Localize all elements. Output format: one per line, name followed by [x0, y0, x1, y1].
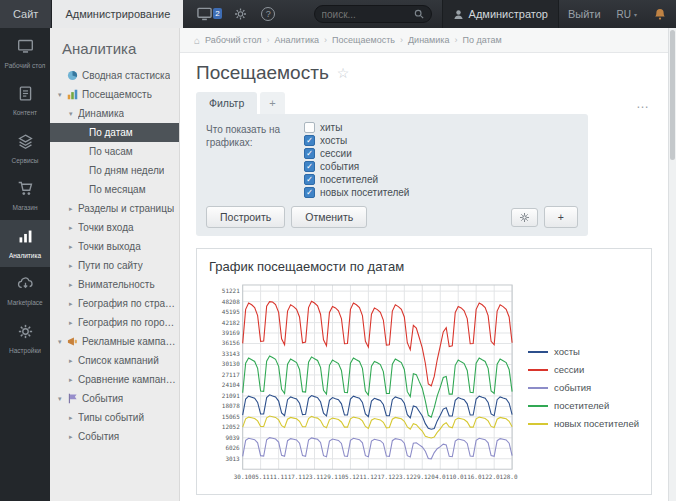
svg-text:39169: 39169: [222, 329, 240, 336]
sidebar-item-sobytiya[interactable]: ▾События: [50, 389, 179, 408]
svg-text:05.11: 05.11: [252, 473, 270, 480]
checkbox-label: сессии: [320, 148, 352, 159]
sidebar-item-puti-po-sajtu[interactable]: ▸Пути по сайту: [50, 256, 179, 275]
sidebar-item-po-dnyam-nedeli[interactable]: По дням недели: [50, 161, 179, 180]
expand-icon: ▸: [69, 224, 78, 232]
cancel-button[interactable]: Отменить: [291, 206, 367, 228]
svg-text:33143: 33143: [222, 350, 240, 357]
scrollbar-thumb[interactable]: [670, 30, 675, 160]
sidebar-item-vnimatelnost[interactable]: ▸Внимательность: [50, 275, 179, 294]
checkbox-checked-icon[interactable]: ✓: [304, 161, 315, 172]
rail-item-marketplace[interactable]: Marketplace: [0, 267, 50, 314]
sidebar-item-label: Сравнение кампаний: [78, 374, 176, 385]
breadcrumb-separator: ›: [324, 35, 327, 45]
collapse-icon: ▾: [58, 338, 67, 346]
sidebar-item-geografiya-po-stranam[interactable]: ▸География по странам: [50, 294, 179, 313]
sidebar-item-po-datam[interactable]: По датам: [50, 123, 179, 142]
filter-checkbox-row[interactable]: ✓посетителей: [304, 174, 409, 185]
filter-checkbox-row[interactable]: ✓сессии: [304, 148, 409, 159]
sidebar-item-geografiya-po-gorodam[interactable]: ▸География по городам: [50, 313, 179, 332]
help-icon[interactable]: ?: [261, 7, 275, 21]
tab-admin[interactable]: Администрирование: [52, 0, 183, 28]
performance-monitor-icon[interactable]: 2: [197, 7, 212, 21]
rail-item-store[interactable]: Магазин: [0, 172, 50, 219]
svg-text:3013: 3013: [225, 455, 240, 462]
legend-label: новых посетителей: [554, 418, 639, 429]
legend-item: посетителей: [528, 400, 639, 411]
search-box: [314, 5, 432, 23]
sidebar-item-spisok-kampanij[interactable]: ▸Список кампаний: [50, 351, 179, 370]
vertical-scrollbar[interactable]: [668, 28, 676, 501]
sidebar-item-po-mesyatsam[interactable]: По месяцам: [50, 180, 179, 199]
legend-item: сессии: [528, 364, 639, 375]
tab-site[interactable]: Сайт: [0, 0, 52, 28]
sidebar-item-label: Посещаемость: [82, 89, 152, 100]
bell-icon[interactable]: [644, 0, 676, 28]
checkbox-checked-icon[interactable]: ✓: [304, 135, 315, 146]
sidebar-item-po-chasam[interactable]: По часам: [50, 142, 179, 161]
filter-checkbox-row[interactable]: хиты: [304, 122, 409, 133]
filter-checkbox-row[interactable]: ✓новых посетителей: [304, 187, 409, 198]
filter-settings-gear-button[interactable]: [511, 208, 538, 227]
favorite-star-icon[interactable]: ☆: [337, 65, 350, 81]
sidebar-item-sobytiya-list[interactable]: ▸События: [50, 427, 179, 446]
sidebar-item-tochki-vhoda[interactable]: ▸Точки входа: [50, 218, 179, 237]
sidebar-item-poseshchaemost[interactable]: ▾Посещаемость: [50, 85, 179, 104]
filter-add-button[interactable]: +: [544, 206, 578, 228]
sidebar-item-tipy-sobytij[interactable]: ▸Типы событий: [50, 408, 179, 427]
user-label: Администратор: [469, 8, 548, 20]
legend-item: новых посетителей: [528, 418, 639, 429]
svg-text:30130: 30130: [222, 361, 240, 368]
svg-text:17.11: 17.11: [288, 473, 306, 480]
rail-item-label: Настройки: [9, 347, 41, 355]
legend-swatch: [528, 351, 548, 353]
rail-item-services[interactable]: Сервисы: [0, 125, 50, 172]
rail-item-settings[interactable]: Настройки: [0, 315, 50, 362]
breadcrumb-item[interactable]: Посещаемость: [332, 35, 395, 45]
chart-card: График посещаемости по датам 30136026903…: [196, 248, 652, 495]
sidebar-item-label: Рекламные кампании: [82, 336, 176, 347]
svg-text:30.10: 30.10: [234, 473, 252, 480]
page-menu-dots-icon[interactable]: …: [634, 96, 652, 114]
legend-swatch: [528, 369, 548, 371]
filter-checkbox-row[interactable]: ✓события: [304, 161, 409, 172]
user-menu-button[interactable]: Администратор: [442, 0, 559, 28]
collapse-icon: ▾: [69, 110, 78, 118]
checkbox-checked-icon[interactable]: ✓: [304, 148, 315, 159]
breadcrumb-item[interactable]: Рабочий стол: [205, 35, 262, 45]
sidebar-item-svodnaya-statistika[interactable]: Сводная стаcтиска: [50, 66, 179, 85]
svg-text:22.01: 22.01: [485, 473, 503, 480]
checkbox-checked-icon[interactable]: ✓: [304, 187, 315, 198]
svg-text:04.01: 04.01: [431, 473, 449, 480]
rail-item-content[interactable]: Контент: [0, 77, 50, 124]
sidebar-item-sravnenie-kampanij[interactable]: ▸Сравнение кампаний: [50, 370, 179, 389]
filter-tab[interactable]: Фильтр: [196, 92, 257, 114]
rail-item-analytics[interactable]: Аналитика: [0, 220, 50, 267]
sidebar-item-dinamika[interactable]: ▾Динамика: [50, 104, 179, 123]
add-filter-tab[interactable]: +: [260, 92, 284, 114]
breadcrumb-item[interactable]: Динамика: [408, 35, 449, 45]
body-row: Рабочий столКонтентСервисыМагазинАналити…: [0, 28, 676, 501]
breadcrumb-item[interactable]: Аналитика: [275, 35, 320, 45]
topbar-icons: 2 ?: [183, 0, 289, 28]
svg-text:42182: 42182: [222, 319, 240, 326]
sidebar-item-reklamnye-kampanii[interactable]: ▾Рекламные кампании: [50, 332, 179, 351]
search-input[interactable]: [322, 9, 414, 20]
checkbox-checked-icon[interactable]: ✓: [304, 174, 315, 185]
sidebar-item-label: Разделы и страницы: [78, 203, 174, 214]
checkbox-label: хосты: [320, 135, 347, 146]
gear-icon[interactable]: [233, 7, 248, 21]
language-selector[interactable]: RU ▾: [610, 0, 644, 28]
logout-link[interactable]: Выйти: [559, 0, 610, 28]
sidebar-item-tochki-vyhoda[interactable]: ▸Точки выхода: [50, 237, 179, 256]
left-icon-rail: Рабочий столКонтентСервисыМагазинАналити…: [0, 28, 50, 501]
checkbox-unchecked-icon[interactable]: [304, 122, 315, 133]
desktop-icon: [17, 38, 34, 59]
breadcrumb-item[interactable]: По датам: [462, 35, 501, 45]
sidebar-item-razdely-i-stranitsy[interactable]: ▸Разделы и страницы: [50, 199, 179, 218]
filter-checkbox-row[interactable]: ✓хосты: [304, 135, 409, 146]
rail-item-desktop[interactable]: Рабочий стол: [0, 30, 50, 77]
build-button[interactable]: Построить: [206, 206, 285, 228]
svg-text:11.12: 11.12: [359, 473, 377, 480]
legend-label: хосты: [554, 346, 580, 357]
